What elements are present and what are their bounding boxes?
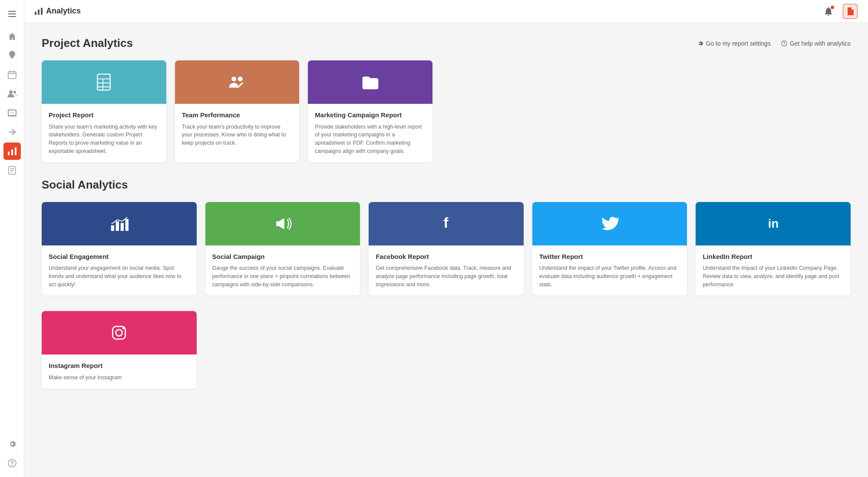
social-engagement-card[interactable]: Social Engagement Understand your engage…	[42, 202, 197, 296]
svg-rect-34	[125, 219, 129, 231]
sidebar-menu-button[interactable]	[3, 5, 21, 23]
sidebar-item-users[interactable]	[3, 85, 21, 103]
instagram-report-title: Instagram Report	[49, 361, 190, 370]
report-settings-link[interactable]: Go to my report settings	[697, 40, 771, 47]
team-performance-card[interactable]: Team Performance Track your team's produ…	[175, 60, 300, 162]
svg-point-30	[241, 83, 242, 83]
team-performance-title: Team Performance	[182, 111, 293, 119]
help-icon	[781, 40, 787, 46]
social-campaign-body: Social Campaign Gauge the success of you…	[205, 245, 360, 296]
svg-rect-9	[8, 152, 10, 155]
sidebar-item-ideas[interactable]	[3, 47, 21, 64]
social-campaign-header	[205, 202, 360, 245]
social-analytics-title: Social Analytics	[42, 178, 128, 192]
app-title: Analytics	[35, 7, 81, 16]
svg-rect-1	[8, 13, 16, 14]
linkedin-icon: in	[764, 214, 783, 233]
marketing-campaign-title: Marketing Campaign Report	[315, 111, 426, 119]
instagram-icon	[109, 323, 129, 342]
social-engagement-title: Social Engagement	[49, 252, 190, 261]
marketing-campaign-body: Marketing Campaign Report Provide stakeh…	[308, 104, 432, 162]
topbar-right	[821, 4, 858, 19]
linkedin-report-body: LinkedIn Report Understand the impact of…	[696, 245, 851, 296]
instagram-report-body: Instagram Report Make sense of your Inst…	[42, 354, 197, 388]
social-engagement-desc: Understand your engagement on social med…	[49, 264, 190, 288]
project-report-body: Project Report Share your team's marketi…	[42, 104, 166, 162]
main-content: Project Analytics Go to my report settin…	[24, 23, 868, 477]
svg-rect-10	[11, 149, 13, 155]
project-report-header	[42, 60, 166, 104]
svg-point-39	[122, 328, 125, 330]
sidebar-item-share[interactable]	[3, 123, 21, 141]
analytics-help-link[interactable]: Get help with analytics	[781, 40, 851, 47]
svg-point-38	[116, 330, 122, 336]
instagram-report-desc: Make sense of your Instagram	[49, 374, 190, 382]
twitter-report-header	[532, 202, 687, 245]
sidebar-item-chat[interactable]	[3, 104, 21, 122]
svg-rect-0	[8, 11, 16, 12]
book-button[interactable]	[843, 4, 858, 19]
project-analytics-title: Project Analytics	[42, 36, 133, 50]
sidebar-item-settings[interactable]	[3, 435, 21, 453]
svg-rect-33	[121, 223, 124, 231]
twitter-report-title: Twitter Report	[539, 252, 680, 261]
svg-text:in: in	[768, 216, 778, 230]
settings-icon	[697, 40, 703, 46]
megaphone-icon	[273, 214, 292, 233]
svg-point-17	[12, 465, 12, 466]
instagram-row: Instagram Report Make sense of your Inst…	[42, 311, 851, 388]
sidebar-item-calendar[interactable]	[3, 66, 21, 83]
sidebar-item-home[interactable]	[3, 28, 21, 45]
svg-rect-3	[8, 72, 16, 79]
social-campaign-title: Social Campaign	[212, 252, 353, 261]
facebook-report-desc: Get comprehensive Facebook data. Track, …	[376, 264, 517, 288]
team-performance-desc: Track your team's productivity to improv…	[182, 123, 293, 147]
linkedin-report-card[interactable]: in LinkedIn Report Understand the impact…	[696, 202, 851, 296]
analytics-icon	[35, 8, 43, 15]
svg-point-28	[231, 76, 236, 81]
svg-point-7	[12, 113, 13, 113]
marketing-campaign-card[interactable]: Marketing Campaign Report Provide stakeh…	[308, 60, 432, 162]
svg-rect-2	[8, 16, 16, 17]
twitter-report-desc: Understand the impact of your Twitter pr…	[539, 264, 680, 288]
project-analytics-header: Project Analytics Go to my report settin…	[42, 36, 851, 50]
social-campaign-card[interactable]: Social Campaign Gauge the success of you…	[205, 202, 360, 296]
svg-rect-23	[98, 74, 110, 90]
sidebar-item-help[interactable]	[3, 454, 21, 472]
project-report-desc: Share your team's marketing activity wit…	[49, 123, 159, 156]
svg-rect-20	[41, 8, 43, 15]
facebook-report-body: Facebook Report Get comprehensive Facebo…	[369, 245, 524, 296]
analytics-help-label: Get help with analytics	[790, 40, 851, 47]
social-engagement-header	[42, 202, 197, 245]
instagram-report-card[interactable]: Instagram Report Make sense of your Inst…	[42, 311, 197, 388]
svg-point-29	[238, 76, 243, 81]
app-title-text: Analytics	[46, 7, 81, 16]
marketing-campaign-header	[308, 60, 432, 104]
sidebar-item-reports[interactable]	[3, 162, 21, 179]
svg-point-4	[9, 90, 13, 94]
team-icon	[228, 73, 247, 92]
facebook-icon: f	[436, 214, 455, 233]
project-analytics-cards: Project Report Share your team's marketi…	[42, 60, 432, 162]
svg-rect-32	[116, 221, 119, 231]
social-engagement-body: Social Engagement Understand your engage…	[42, 245, 197, 296]
chart-bars-icon	[109, 214, 129, 233]
social-campaign-desc: Gauge the success of your social campaig…	[212, 264, 353, 288]
svg-point-8	[13, 113, 14, 113]
spreadsheet-icon	[94, 73, 113, 92]
social-analytics-cards: Social Engagement Understand your engage…	[42, 202, 851, 296]
project-report-card[interactable]: Project Report Share your team's marketi…	[42, 60, 166, 162]
twitter-report-card[interactable]: Twitter Report Understand the impact of …	[532, 202, 687, 296]
project-analytics-actions: Go to my report settings Get help with a…	[697, 40, 851, 47]
svg-text:f: f	[444, 214, 449, 230]
topbar: Analytics	[24, 0, 868, 23]
notification-dot	[831, 6, 834, 9]
folder-icon	[361, 73, 380, 92]
svg-rect-11	[15, 147, 17, 155]
report-settings-label: Go to my report settings	[706, 40, 771, 47]
svg-rect-18	[35, 12, 36, 15]
notification-button[interactable]	[821, 4, 836, 19]
sidebar-item-analytics[interactable]	[3, 142, 21, 160]
team-performance-header	[175, 60, 300, 104]
facebook-report-card[interactable]: f Facebook Report Get comprehensive Face…	[369, 202, 524, 296]
